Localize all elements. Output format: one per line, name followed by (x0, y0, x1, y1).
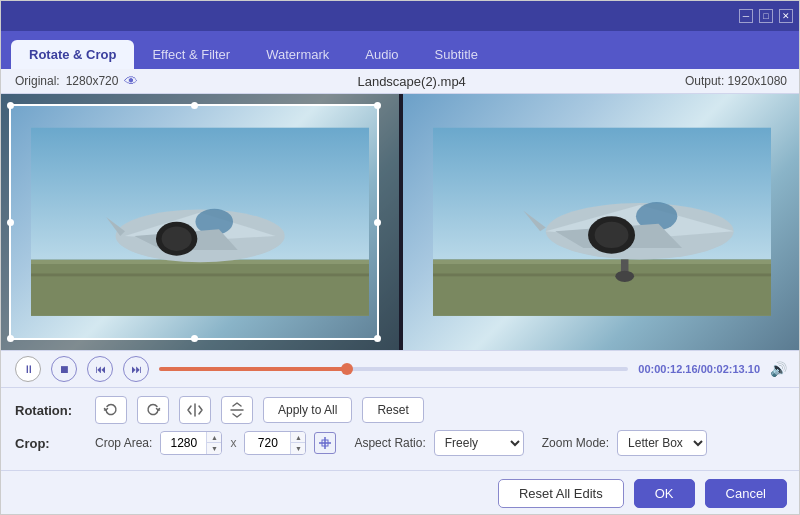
reset-all-edits-button[interactable]: Reset All Edits (498, 479, 624, 508)
next-frame-button[interactable]: ⏭ (123, 356, 149, 382)
crop-handle-tm[interactable] (191, 102, 198, 109)
prev-frame-button[interactable]: ⏮ (87, 356, 113, 382)
filename: Landscape(2).mp4 (357, 74, 465, 89)
left-video-panel (1, 94, 399, 350)
crop-height-input[interactable] (245, 433, 290, 453)
svg-rect-23 (433, 274, 771, 277)
tab-watermark[interactable]: Watermark (248, 40, 347, 69)
play-pause-button[interactable]: ⏸ (15, 356, 41, 382)
crop-handle-tr[interactable] (374, 102, 381, 109)
crop-height-down[interactable]: ▼ (291, 443, 305, 454)
rotate-left-button[interactable] (95, 396, 127, 424)
crop-height-group: ▲ ▼ (244, 431, 306, 455)
output-info: Output: 1920x1080 (685, 74, 787, 88)
crop-controls: Crop Area: ▲ ▼ x ▲ ▼ (95, 430, 707, 456)
flip-h-icon (187, 402, 203, 418)
crop-row: Crop: Crop Area: ▲ ▼ x ▲ ▼ (15, 430, 787, 456)
svg-point-25 (615, 271, 634, 282)
footer-bar: Reset All Edits OK Cancel (1, 470, 800, 515)
crop-handle-lm[interactable] (7, 219, 14, 226)
crop-height-up[interactable]: ▲ (291, 432, 305, 443)
aspect-ratio-select[interactable]: Freely 16:9 4:3 1:1 (434, 430, 524, 456)
close-button[interactable]: ✕ (779, 9, 793, 23)
right-video-panel (403, 94, 800, 350)
tab-rotate-crop[interactable]: Rotate & Crop (11, 40, 134, 69)
apply-to-all-button[interactable]: Apply to All (263, 397, 352, 423)
svg-point-21 (594, 222, 628, 248)
aspect-ratio-label: Aspect Ratio: (354, 436, 425, 450)
stop-button[interactable]: ⏹ (51, 356, 77, 382)
title-bar: ─ □ ✕ (1, 1, 800, 31)
flip-horizontal-button[interactable] (179, 396, 211, 424)
video-area (1, 94, 800, 350)
crop-handle-br[interactable] (374, 335, 381, 342)
progress-bar[interactable] (159, 367, 628, 371)
crop-width-up[interactable]: ▲ (207, 432, 221, 443)
progress-fill (159, 367, 347, 371)
zoom-mode-select[interactable]: Letter Box Pan & Scan Full (617, 430, 707, 456)
options-area: Rotation: (1, 387, 800, 470)
center-crop-button[interactable] (314, 432, 336, 454)
ok-button[interactable]: OK (634, 479, 695, 508)
crop-width-input[interactable] (161, 433, 206, 453)
time-display: 00:00:12.16/00:02:13.10 (638, 363, 760, 375)
cancel-button[interactable]: Cancel (705, 479, 787, 508)
rotation-label: Rotation: (15, 403, 85, 418)
rotation-row: Rotation: (15, 396, 787, 424)
output-size: 1920x1080 (728, 74, 787, 88)
rotate-right-button[interactable] (137, 396, 169, 424)
rotate-left-icon (103, 402, 119, 418)
flip-v-icon (229, 402, 245, 418)
zoom-mode-label: Zoom Mode: (542, 436, 609, 450)
reset-rotation-button[interactable]: Reset (362, 397, 423, 423)
original-label: Original: (15, 74, 60, 88)
crop-overlay[interactable] (9, 104, 379, 340)
crop-width-group: ▲ ▼ (160, 431, 222, 455)
tab-effect-filter[interactable]: Effect & Filter (134, 40, 248, 69)
flip-vertical-button[interactable] (221, 396, 253, 424)
crop-handle-bm[interactable] (191, 335, 198, 342)
right-video-placeholder (403, 94, 800, 350)
crop-width-down[interactable]: ▼ (207, 443, 221, 454)
crop-label: Crop: (15, 436, 85, 451)
svg-rect-22 (433, 264, 771, 316)
volume-icon[interactable]: 🔊 (770, 361, 787, 377)
x-separator: x (230, 436, 236, 450)
controls-bar: ⏸ ⏹ ⏮ ⏭ 00:00:12.16/00:02:13.10 🔊 (1, 350, 800, 387)
main-window: ─ □ ✕ Rotate & Crop Effect & Filter Wate… (1, 1, 800, 515)
eye-icon[interactable]: 👁 (124, 73, 138, 89)
info-bar: Original: 1280x720 👁 Landscape(2).mp4 Ou… (1, 69, 800, 94)
crop-handle-bl[interactable] (7, 335, 14, 342)
tabs-bar: Rotate & Crop Effect & Filter Watermark … (1, 31, 800, 69)
crop-handle-rm[interactable] (374, 219, 381, 226)
info-left: Original: 1280x720 👁 (15, 73, 138, 89)
jet-svg-right (433, 113, 771, 331)
crop-handle-tl[interactable] (7, 102, 14, 109)
crop-area-label: Crop Area: (95, 436, 152, 450)
tab-subtitle[interactable]: Subtitle (417, 40, 496, 69)
minimize-button[interactable]: ─ (739, 9, 753, 23)
tab-audio[interactable]: Audio (347, 40, 416, 69)
progress-thumb[interactable] (341, 363, 353, 375)
original-size: 1280x720 (66, 74, 119, 88)
maximize-button[interactable]: □ (759, 9, 773, 23)
rotate-right-icon (145, 402, 161, 418)
